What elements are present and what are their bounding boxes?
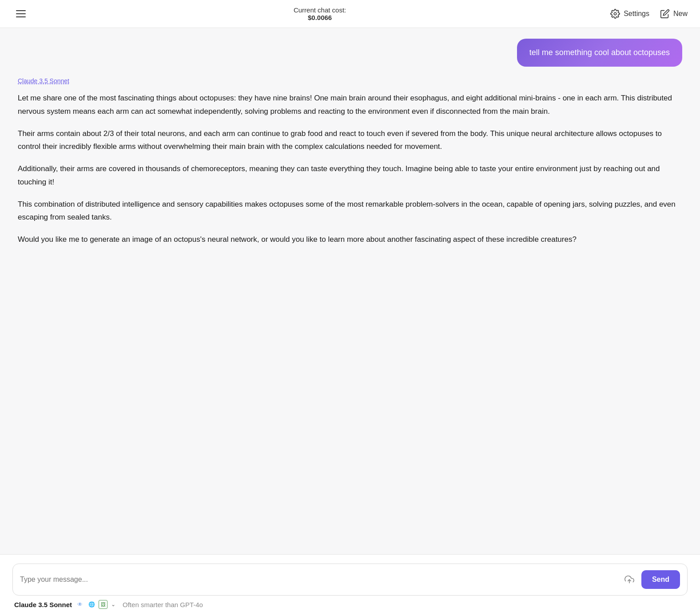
new-chat-button[interactable]: New <box>660 9 688 19</box>
new-label: New <box>673 10 688 18</box>
header-left <box>12 7 29 21</box>
chat-area: tell me something cool about octopuses C… <box>0 28 700 554</box>
model-tagline: Often smarter than GPT-4o <box>123 601 203 608</box>
settings-label: Settings <box>624 10 649 18</box>
svg-point-0 <box>614 12 616 15</box>
user-message-text: tell me something cool about octopuses <box>529 48 670 57</box>
assistant-model-label[interactable]: Claude 3.5 Sonnet <box>18 77 682 84</box>
user-message-wrapper: tell me something cool about octopuses <box>18 39 682 67</box>
message-input[interactable] <box>20 576 617 584</box>
hamburger-icon <box>14 8 28 19</box>
model-icons: 👁 🌐 🖼 <box>76 600 107 609</box>
app-header: Current chat cost: $0.0066 Settings New <box>0 0 700 28</box>
assistant-paragraph-2: Their arms contain about 2/3 of their to… <box>18 127 682 154</box>
menu-button[interactable] <box>12 7 29 21</box>
cost-value: $0.0066 <box>294 14 346 21</box>
send-button[interactable]: Send <box>641 570 680 589</box>
assistant-paragraph-4: This combination of distributed intellig… <box>18 198 682 224</box>
web-icon: 🌐 <box>87 600 96 609</box>
cost-label: Current chat cost: <box>294 6 346 14</box>
model-bar: Claude 3.5 Sonnet 👁 🌐 🖼 ⌄ Often smarter … <box>12 596 688 609</box>
assistant-paragraph-5: Would you like me to generate an image o… <box>18 233 682 246</box>
user-message-bubble: tell me something cool about octopuses <box>517 39 682 67</box>
header-right: Settings New <box>610 9 688 19</box>
assistant-paragraph-3: Additionally, their arms are covered in … <box>18 162 682 189</box>
input-area: Send Claude 3.5 Sonnet 👁 🌐 🖼 ⌄ Often sma… <box>0 554 700 616</box>
upload-icon <box>624 575 634 584</box>
vision-icon: 👁 <box>76 600 84 609</box>
assistant-paragraph-1: Let me share one of the most fascinating… <box>18 92 682 118</box>
assistant-response-text: Let me share one of the most fascinating… <box>18 92 682 246</box>
image-gen-icon: 🖼 <box>99 600 107 609</box>
model-chevron-icon[interactable]: ⌄ <box>111 601 115 608</box>
model-name: Claude 3.5 Sonnet <box>14 601 72 608</box>
settings-button[interactable]: Settings <box>610 9 649 19</box>
chat-cost-display: Current chat cost: $0.0066 <box>294 6 346 21</box>
assistant-message: Claude 3.5 Sonnet Let me share one of th… <box>18 77 682 246</box>
gear-icon <box>610 9 620 19</box>
input-row: Send <box>12 564 688 596</box>
new-chat-icon <box>660 9 670 19</box>
upload-button[interactable] <box>623 573 636 586</box>
